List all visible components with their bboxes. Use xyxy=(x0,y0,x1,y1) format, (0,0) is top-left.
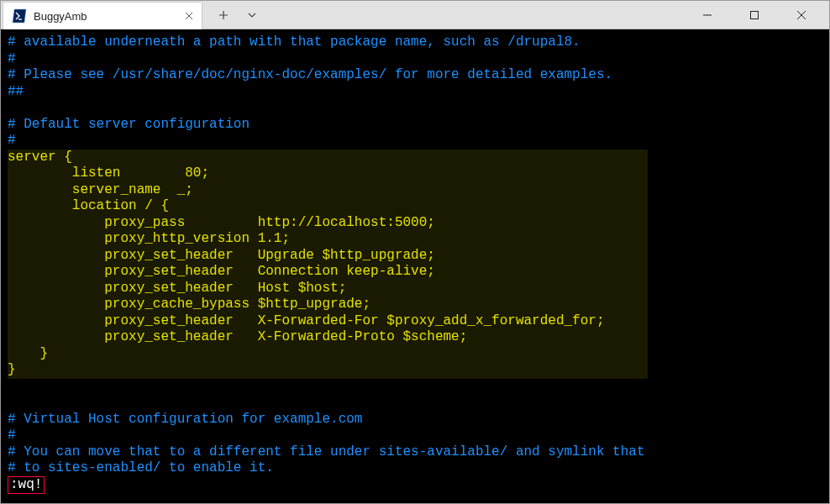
code-line: proxy_set_header Upgrade $http_upgrade; xyxy=(8,248,648,265)
comment-line: # Virtual Host configuration for example… xyxy=(8,412,362,427)
code-line: proxy_set_header X-Forwarded-Proto $sche… xyxy=(8,329,648,346)
code-line: proxy_set_header X-Forwarded-For $proxy_… xyxy=(8,313,648,330)
code-line: server_name _; xyxy=(8,182,648,199)
comment-line: # available underneath a path with that … xyxy=(8,34,580,50)
code-line: } xyxy=(8,346,648,363)
code-line: } xyxy=(8,362,648,379)
tab-close-button[interactable] xyxy=(181,8,197,24)
svg-rect-0 xyxy=(751,12,759,19)
comment-line: # xyxy=(8,428,16,443)
app-window: BuggyAmb xyxy=(0,0,830,504)
comment-line: # xyxy=(8,51,16,66)
comment-line: # Default server configuration xyxy=(8,117,250,132)
maximize-button[interactable] xyxy=(737,3,772,28)
code-line: proxy_set_header Connection keep-alive; xyxy=(8,264,648,281)
comment-line: # Please see /usr/share/doc/nginx-doc/ex… xyxy=(8,67,612,82)
tab-actions xyxy=(202,1,266,29)
code-line: listen 80; xyxy=(8,165,648,182)
comment-line: # You can move that to a different file … xyxy=(8,444,645,459)
window-controls xyxy=(690,1,822,29)
titlebar[interactable]: BuggyAmb xyxy=(1,1,829,29)
code-line: proxy_http_version 1.1; xyxy=(8,231,648,248)
vim-command-text: :wq! xyxy=(10,477,42,492)
minimize-button[interactable] xyxy=(690,3,725,28)
comment-line: # to sites-enabled/ to enable it. xyxy=(8,460,274,475)
powershell-icon xyxy=(12,8,27,24)
comment-line: ## xyxy=(8,84,24,99)
close-button[interactable] xyxy=(784,3,819,28)
code-line: proxy_set_header Host $host; xyxy=(8,281,648,297)
tab-dropdown-button[interactable] xyxy=(238,1,266,29)
tab-title: BuggyAmb xyxy=(34,10,193,23)
code-line: location / { xyxy=(8,198,648,215)
terminal[interactable]: # available underneath a path with that … xyxy=(1,29,829,503)
comment-line: # xyxy=(8,133,16,148)
tabs: BuggyAmb xyxy=(1,1,202,29)
vim-command-line[interactable]: :wq! xyxy=(8,476,45,495)
tab-active[interactable]: BuggyAmb xyxy=(3,2,202,29)
code-line: proxy_cache_bypass $http_upgrade; xyxy=(8,297,648,313)
code-line: server { xyxy=(8,150,648,166)
new-tab-button[interactable] xyxy=(209,1,238,29)
code-line: proxy_pass http://localhost:5000; xyxy=(8,215,648,232)
